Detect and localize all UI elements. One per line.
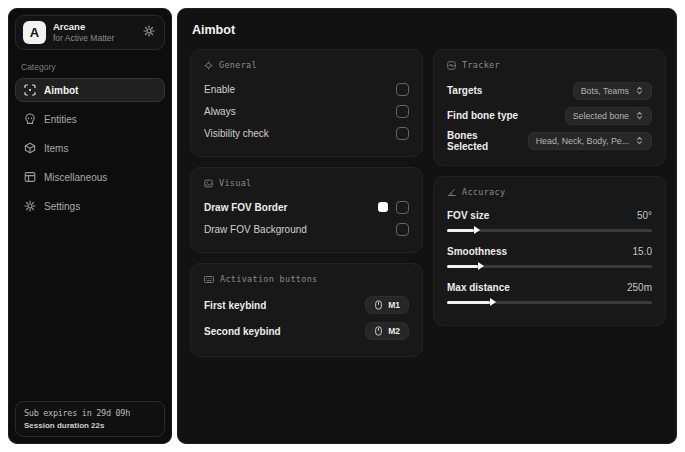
sidebar-item-miscellaneous[interactable]: Miscellaneous xyxy=(15,165,165,189)
setting-label: Always xyxy=(204,106,236,117)
brand-card: A Arcane for Active Matter xyxy=(15,15,165,50)
fov-background-checkbox[interactable] xyxy=(396,223,409,236)
sidebar-item-label: Miscellaneous xyxy=(44,172,107,183)
setting-row-first-keybind: First keybind M1 xyxy=(204,292,409,318)
dropdown-value: Head, Neck, Body, Pe... xyxy=(536,136,629,146)
gear-icon xyxy=(24,200,36,212)
smoothness-slider[interactable] xyxy=(447,265,652,268)
panel-header-label: Activation buttons xyxy=(220,274,318,284)
first-keybind-button[interactable]: M1 xyxy=(365,296,409,314)
slider-fill xyxy=(447,265,478,268)
main-content: Aimbot General Enable xyxy=(177,8,677,444)
setting-label: First keybind xyxy=(204,300,266,311)
activity-icon xyxy=(447,61,456,70)
fov-border-checkbox[interactable] xyxy=(396,201,409,214)
setting-label: Draw FOV Background xyxy=(204,224,307,235)
image-icon xyxy=(204,179,213,188)
bones-selected-dropdown[interactable]: Head, Neck, Body, Pe... xyxy=(528,132,652,150)
sidebar-item-label: Items xyxy=(44,143,68,154)
second-keybind-button[interactable]: M2 xyxy=(365,322,409,340)
setting-row-enable: Enable xyxy=(204,78,409,100)
sidebar: A Arcane for Active Matter Category Aim xyxy=(8,8,172,444)
gear-icon xyxy=(143,25,155,40)
cube-icon xyxy=(24,142,36,154)
right-column: Tracker Targets Bots, Teams Find bo xyxy=(433,49,666,326)
slider-row-smoothness: Smoothness 15.0 xyxy=(447,241,652,268)
setting-label: Draw FOV Border xyxy=(204,202,287,213)
brand-text: Arcane for Active Matter xyxy=(53,21,134,44)
unfold-icon xyxy=(635,136,644,145)
slider-fill xyxy=(447,301,490,304)
fov-border-color-swatch[interactable] xyxy=(378,202,388,212)
always-checkbox[interactable] xyxy=(396,105,409,118)
skull-icon xyxy=(24,113,36,125)
sidebar-item-label: Aimbot xyxy=(44,85,78,96)
enable-checkbox[interactable] xyxy=(396,83,409,96)
activation-panel: Activation buttons First keybind M1 xyxy=(190,263,423,357)
setting-row-targets: Targets Bots, Teams xyxy=(447,78,652,103)
slider-value: 250m xyxy=(627,282,652,293)
setting-label: Bones Selected xyxy=(447,130,520,152)
panel-header-label: Accuracy xyxy=(462,187,505,197)
setting-label: FOV size xyxy=(447,210,489,221)
panel-header-label: Visual xyxy=(219,178,252,188)
app-logo: A xyxy=(23,21,46,44)
visual-panel: Visual Draw FOV Border Draw FOV Backgrou… xyxy=(190,167,423,253)
activation-panel-header: Activation buttons xyxy=(204,274,409,284)
visual-panel-header: Visual xyxy=(204,178,409,188)
tracker-panel-header: Tracker xyxy=(447,60,652,70)
setting-row-fov-background: Draw FOV Background xyxy=(204,218,409,240)
fov-size-slider[interactable] xyxy=(447,229,652,232)
sidebar-item-label: Entities xyxy=(44,114,77,125)
setting-row-second-keybind: Second keybind M2 xyxy=(204,318,409,344)
subscription-footer: Sub expires in 29d 09h Session duration … xyxy=(15,401,165,437)
unfold-icon xyxy=(635,111,644,120)
crosshair-scan-icon xyxy=(24,84,36,96)
slider-row-fov-size: FOV size 50° xyxy=(447,205,652,232)
setting-label: Find bone type xyxy=(447,110,518,121)
angle-icon xyxy=(447,188,456,197)
unfold-icon xyxy=(635,86,644,95)
setting-label: Max distance xyxy=(447,282,510,293)
slider-row-max-distance: Max distance 250m xyxy=(447,277,652,304)
sidebar-item-aimbot[interactable]: Aimbot xyxy=(15,78,165,102)
slider-value: 50° xyxy=(637,210,652,221)
session-duration-text: Session duration 22s xyxy=(24,421,156,430)
app-subtitle: for Active Matter xyxy=(53,33,134,44)
keyboard-icon xyxy=(204,275,214,284)
dropdown-value: Selected bone xyxy=(573,111,629,121)
general-panel: General Enable Always Visibility check xyxy=(190,49,423,157)
keybind-value: M1 xyxy=(388,300,400,310)
category-label: Category xyxy=(21,62,159,72)
settings-gear-button[interactable] xyxy=(141,23,157,42)
keybind-value: M2 xyxy=(388,326,400,336)
general-panel-header: General xyxy=(204,60,409,70)
setting-row-bones-selected: Bones Selected Head, Neck, Body, Pe... xyxy=(447,128,652,153)
setting-row-visibility-check: Visibility check xyxy=(204,122,409,144)
mouse-icon xyxy=(374,300,383,310)
app-name: Arcane xyxy=(53,21,134,33)
sidebar-item-items[interactable]: Items xyxy=(15,136,165,160)
layout-icon xyxy=(24,171,36,183)
setting-label: Smoothness xyxy=(447,246,507,257)
targets-dropdown[interactable]: Bots, Teams xyxy=(573,82,652,100)
mouse-icon xyxy=(374,326,383,336)
visibility-check-checkbox[interactable] xyxy=(396,127,409,140)
setting-label: Visibility check xyxy=(204,128,269,139)
setting-row-find-bone-type: Find bone type Selected bone xyxy=(447,103,652,128)
sidebar-item-label: Settings xyxy=(44,201,80,212)
setting-row-always: Always xyxy=(204,100,409,122)
panel-header-label: Tracker xyxy=(462,60,500,70)
accuracy-panel-header: Accuracy xyxy=(447,187,652,197)
max-distance-slider[interactable] xyxy=(447,301,652,304)
accuracy-panel: Accuracy FOV size 50° Smoothness 15.0 xyxy=(433,176,666,326)
page-title: Aimbot xyxy=(192,23,666,37)
find-bone-type-dropdown[interactable]: Selected bone xyxy=(565,107,652,125)
setting-row-fov-border: Draw FOV Border xyxy=(204,196,409,218)
left-column: General Enable Always Visibility check xyxy=(190,49,423,357)
crosshair-icon xyxy=(204,61,213,70)
sidebar-item-settings[interactable]: Settings xyxy=(15,194,165,218)
sidebar-item-entities[interactable]: Entities xyxy=(15,107,165,131)
sub-expires-text: Sub expires in 29d 09h xyxy=(24,408,156,418)
slider-value: 15.0 xyxy=(633,246,652,257)
